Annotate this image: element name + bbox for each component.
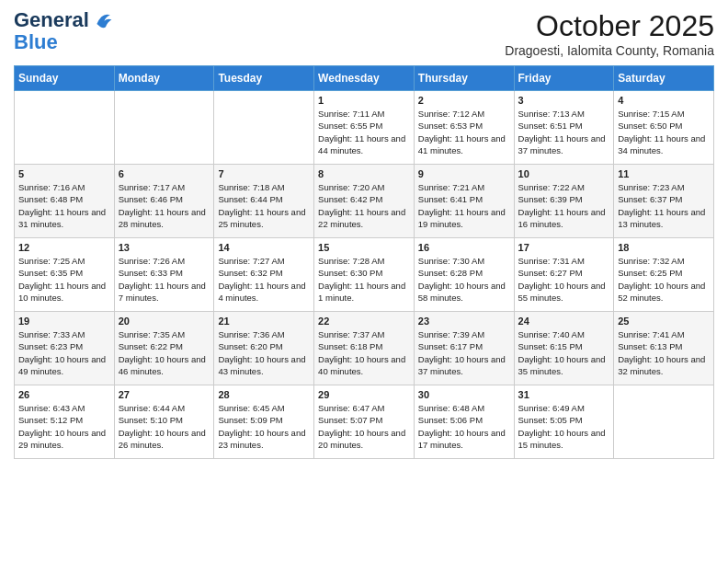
calendar-cell: 19Sunrise: 7:33 AM Sunset: 6:23 PM Dayli… [15, 312, 115, 385]
weekday-header-thursday: Thursday [414, 66, 514, 91]
day-number: 21 [218, 316, 310, 327]
cell-content: Sunrise: 6:48 AM Sunset: 5:06 PM Dayligh… [418, 402, 510, 451]
cell-content: Sunrise: 7:15 AM Sunset: 6:50 PM Dayligh… [618, 108, 710, 156]
calendar-cell: 6Sunrise: 7:17 AM Sunset: 6:46 PM Daylig… [114, 165, 214, 238]
weekday-header-friday: Friday [514, 66, 614, 91]
calendar-cell: 9Sunrise: 7:21 AM Sunset: 6:41 PM Daylig… [414, 165, 514, 238]
calendar-cell: 4Sunrise: 7:15 AM Sunset: 6:50 PM Daylig… [614, 91, 714, 165]
day-number: 10 [518, 168, 610, 179]
day-number: 22 [318, 316, 410, 327]
cell-content: Sunrise: 6:44 AM Sunset: 5:10 PM Dayligh… [119, 402, 210, 451]
day-number: 27 [119, 389, 210, 400]
logo-general: General [14, 9, 89, 31]
page-header: General Blue October 2025 Dragoesti, Ial… [14, 9, 714, 58]
day-number: 30 [418, 389, 510, 400]
calendar-cell: 20Sunrise: 7:35 AM Sunset: 6:22 PM Dayli… [114, 312, 214, 385]
calendar-cell: 15Sunrise: 7:28 AM Sunset: 6:30 PM Dayli… [314, 238, 415, 312]
cell-content: Sunrise: 7:30 AM Sunset: 6:28 PM Dayligh… [418, 255, 510, 304]
day-number: 8 [318, 168, 410, 179]
day-number: 14 [218, 242, 310, 253]
day-number: 19 [18, 316, 110, 327]
weekday-header-tuesday: Tuesday [214, 66, 314, 91]
cell-content: Sunrise: 7:22 AM Sunset: 6:39 PM Dayligh… [518, 181, 610, 230]
calendar-cell: 25Sunrise: 7:41 AM Sunset: 6:13 PM Dayli… [614, 312, 714, 385]
cell-content: Sunrise: 6:49 AM Sunset: 5:05 PM Dayligh… [518, 402, 610, 451]
day-number: 3 [518, 95, 610, 106]
day-number: 13 [119, 242, 210, 253]
weekday-header-row: SundayMondayTuesdayWednesdayThursdayFrid… [15, 66, 714, 91]
calendar-cell: 10Sunrise: 7:22 AM Sunset: 6:39 PM Dayli… [514, 165, 614, 238]
cell-content: Sunrise: 7:41 AM Sunset: 6:13 PM Dayligh… [618, 328, 710, 377]
day-number: 26 [18, 389, 110, 400]
calendar-cell: 27Sunrise: 6:44 AM Sunset: 5:10 PM Dayli… [114, 385, 214, 459]
calendar-cell [114, 91, 214, 165]
cell-content: Sunrise: 6:45 AM Sunset: 5:09 PM Dayligh… [218, 402, 310, 451]
cell-content: Sunrise: 7:37 AM Sunset: 6:18 PM Dayligh… [318, 328, 410, 377]
day-number: 20 [119, 316, 210, 327]
cell-content: Sunrise: 7:20 AM Sunset: 6:42 PM Dayligh… [318, 181, 410, 230]
day-number: 25 [618, 316, 710, 327]
day-number: 6 [119, 168, 210, 179]
day-number: 1 [318, 95, 410, 106]
weekday-header-wednesday: Wednesday [314, 66, 415, 91]
day-number: 7 [218, 168, 310, 179]
calendar-week-2: 5Sunrise: 7:16 AM Sunset: 6:48 PM Daylig… [15, 165, 714, 238]
page-container: General Blue October 2025 Dragoesti, Ial… [0, 0, 728, 468]
calendar-week-1: 1Sunrise: 7:11 AM Sunset: 6:55 PM Daylig… [15, 91, 714, 165]
cell-content: Sunrise: 7:27 AM Sunset: 6:32 PM Dayligh… [218, 255, 310, 304]
title-block: October 2025 Dragoesti, Ialomita County,… [505, 9, 714, 58]
day-number: 11 [618, 168, 710, 179]
calendar-cell: 8Sunrise: 7:20 AM Sunset: 6:42 PM Daylig… [314, 165, 415, 238]
cell-content: Sunrise: 7:18 AM Sunset: 6:44 PM Dayligh… [218, 181, 310, 230]
calendar-cell: 12Sunrise: 7:25 AM Sunset: 6:35 PM Dayli… [15, 238, 115, 312]
day-number: 18 [618, 242, 710, 253]
calendar-cell: 7Sunrise: 7:18 AM Sunset: 6:44 PM Daylig… [214, 165, 314, 238]
calendar-table: SundayMondayTuesdayWednesdayThursdayFrid… [14, 65, 714, 459]
calendar-cell [214, 91, 314, 165]
calendar-cell: 21Sunrise: 7:36 AM Sunset: 6:20 PM Dayli… [214, 312, 314, 385]
cell-content: Sunrise: 7:21 AM Sunset: 6:41 PM Dayligh… [418, 181, 510, 230]
day-number: 2 [418, 95, 510, 106]
logo: General Blue [14, 9, 113, 53]
calendar-cell: 24Sunrise: 7:40 AM Sunset: 6:15 PM Dayli… [514, 312, 614, 385]
calendar-cell: 11Sunrise: 7:23 AM Sunset: 6:37 PM Dayli… [614, 165, 714, 238]
logo-icon [91, 9, 113, 31]
calendar-cell: 18Sunrise: 7:32 AM Sunset: 6:25 PM Dayli… [614, 238, 714, 312]
day-number: 17 [518, 242, 610, 253]
cell-content: Sunrise: 7:12 AM Sunset: 6:53 PM Dayligh… [418, 108, 510, 156]
day-number: 15 [318, 242, 410, 253]
cell-content: Sunrise: 7:39 AM Sunset: 6:17 PM Dayligh… [418, 328, 510, 377]
weekday-header-saturday: Saturday [614, 66, 714, 91]
calendar-cell: 26Sunrise: 6:43 AM Sunset: 5:12 PM Dayli… [15, 385, 115, 459]
cell-content: Sunrise: 7:11 AM Sunset: 6:55 PM Dayligh… [318, 108, 410, 156]
day-number: 24 [518, 316, 610, 327]
cell-content: Sunrise: 7:16 AM Sunset: 6:48 PM Dayligh… [18, 181, 110, 230]
day-number: 16 [418, 242, 510, 253]
calendar-cell [15, 91, 115, 165]
calendar-cell: 5Sunrise: 7:16 AM Sunset: 6:48 PM Daylig… [15, 165, 115, 238]
day-number: 31 [518, 389, 610, 400]
day-number: 9 [418, 168, 510, 179]
cell-content: Sunrise: 7:23 AM Sunset: 6:37 PM Dayligh… [618, 181, 710, 230]
cell-content: Sunrise: 7:17 AM Sunset: 6:46 PM Dayligh… [119, 181, 210, 230]
location: Dragoesti, Ialomita County, Romania [505, 43, 714, 58]
cell-content: Sunrise: 6:47 AM Sunset: 5:07 PM Dayligh… [318, 402, 410, 451]
calendar-week-3: 12Sunrise: 7:25 AM Sunset: 6:35 PM Dayli… [15, 238, 714, 312]
weekday-header-sunday: Sunday [15, 66, 115, 91]
cell-content: Sunrise: 7:36 AM Sunset: 6:20 PM Dayligh… [218, 328, 310, 377]
calendar-week-5: 26Sunrise: 6:43 AM Sunset: 5:12 PM Dayli… [15, 385, 714, 459]
month-title: October 2025 [505, 9, 714, 43]
calendar-cell: 23Sunrise: 7:39 AM Sunset: 6:17 PM Dayli… [414, 312, 514, 385]
calendar-cell [614, 385, 714, 459]
calendar-week-4: 19Sunrise: 7:33 AM Sunset: 6:23 PM Dayli… [15, 312, 714, 385]
day-number: 23 [418, 316, 510, 327]
cell-content: Sunrise: 7:25 AM Sunset: 6:35 PM Dayligh… [18, 255, 110, 304]
cell-content: Sunrise: 6:43 AM Sunset: 5:12 PM Dayligh… [18, 402, 110, 451]
cell-content: Sunrise: 7:35 AM Sunset: 6:22 PM Dayligh… [119, 328, 210, 377]
day-number: 4 [618, 95, 710, 106]
calendar-cell: 22Sunrise: 7:37 AM Sunset: 6:18 PM Dayli… [314, 312, 415, 385]
cell-content: Sunrise: 7:40 AM Sunset: 6:15 PM Dayligh… [518, 328, 610, 377]
calendar-cell: 30Sunrise: 6:48 AM Sunset: 5:06 PM Dayli… [414, 385, 514, 459]
cell-content: Sunrise: 7:13 AM Sunset: 6:51 PM Dayligh… [518, 108, 610, 156]
calendar-cell: 2Sunrise: 7:12 AM Sunset: 6:53 PM Daylig… [414, 91, 514, 165]
